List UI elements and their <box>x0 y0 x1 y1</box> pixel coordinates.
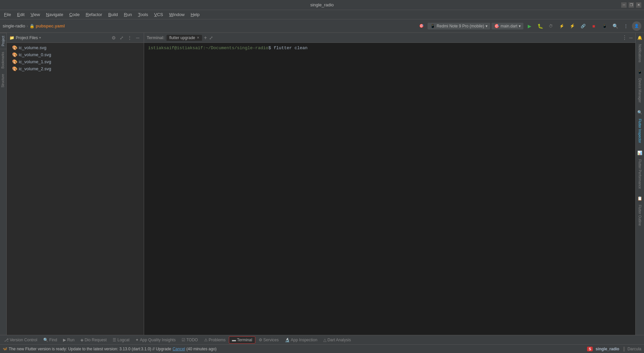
status-theme: Darcula <box>628 347 641 351</box>
bookmarks-side-tab[interactable]: Bookmarks <box>0 49 6 71</box>
device-manager-icon[interactable]: 📱 <box>636 68 644 76</box>
search-everywhere-button[interactable]: 🔍 <box>610 21 620 31</box>
terminal-body[interactable]: istiaksaif@istiaksaif:~/Documents/single… <box>144 43 635 335</box>
menu-vcs[interactable]: VCS <box>151 11 166 18</box>
device-manager-label[interactable]: Device Manager <box>637 76 642 105</box>
project-name[interactable]: single-radio <box>3 23 25 28</box>
right-strip: 🔔 Notifications 📱 Device Manager 🔍 Flutt… <box>635 33 644 335</box>
file-svg-icon: 🎨 <box>12 52 17 57</box>
minimize-panel-button[interactable]: ─ <box>134 34 141 41</box>
notifications-label[interactable]: Notifications <box>637 42 642 64</box>
more-actions-button[interactable]: ⋮ <box>621 21 631 31</box>
profile-button[interactable]: ⏱ <box>546 21 556 31</box>
file-item[interactable]: 🎨 ic_volume_1.svg <box>7 58 144 65</box>
file-svg-icon: 🎨 <box>12 66 17 71</box>
terminal-minimize-button[interactable]: ─ <box>629 35 633 40</box>
status-right: S single_radio ▐ Darcula <box>587 347 641 351</box>
dio-request-icon: ◈ <box>80 338 83 342</box>
dio-request-button[interactable]: ◈ Dio Request <box>78 337 109 343</box>
problems-icon: ⚠ <box>204 338 208 342</box>
structure-side-tab[interactable]: Structure <box>0 71 6 90</box>
user-avatar[interactable]: 👤 <box>632 21 641 31</box>
file-item[interactable]: 🎨 ic_volume_0.svg <box>7 51 144 58</box>
panel-title: 📁 Project Files ▾ <box>9 35 41 40</box>
options-button[interactable]: ⋮ <box>126 34 133 41</box>
version-control-button[interactable]: ⎇ Version Control <box>1 337 40 343</box>
sync-button[interactable]: ⚙ <box>110 34 117 41</box>
restore-button[interactable]: ❐ <box>629 2 634 8</box>
problems-button[interactable]: ⚠ Problems <box>201 337 229 343</box>
menu-run[interactable]: Run <box>121 11 135 18</box>
terminal-add-tab-button[interactable]: + <box>204 35 207 41</box>
minimize-button[interactable]: ─ <box>621 2 627 8</box>
todo-button[interactable]: ☑ TODO <box>179 337 200 343</box>
window-title: single_radio <box>310 2 334 7</box>
file-item[interactable]: 🎨 ic_volume_2.svg <box>7 65 144 72</box>
expand-button[interactable]: ⤢ <box>118 34 125 41</box>
file-item[interactable]: 🎨 ic_volume.svg <box>7 44 144 51</box>
stop-button[interactable]: ■ <box>589 21 598 31</box>
menu-code[interactable]: Code <box>67 11 82 18</box>
problems-label: Problems <box>209 338 226 342</box>
logcat-button[interactable]: ☰ Logcat <box>110 337 132 343</box>
app-quality-insights-button[interactable]: ✦ App Quality Insights <box>133 337 178 343</box>
flutter-performance-label[interactable]: Flutter Performance <box>637 157 642 191</box>
bottom-tool-strip: ⎇ Version Control 🔍 Find ▶ Run ◈ Dio Req… <box>0 335 644 344</box>
terminal-more-options-button[interactable]: ⋮ <box>622 34 627 41</box>
menu-refactor[interactable]: Refactor <box>83 11 105 18</box>
hot-reload-button[interactable]: ⚡ <box>568 21 577 31</box>
terminal-tab-close-icon[interactable]: ✕ <box>197 36 199 39</box>
status-project-name: single_radio <box>595 347 619 351</box>
terminal-tab-flutter-upgrade[interactable]: flutter upgrade ✕ <box>167 35 202 41</box>
menu-edit[interactable]: Edit <box>14 11 27 18</box>
terminal-prompt-user: istiaksaif@istiaksaif <box>148 46 203 51</box>
file-name[interactable]: pubspec.yaml <box>36 23 65 28</box>
flutter-inspector-icon[interactable]: 🔍 <box>636 109 644 116</box>
run-button[interactable]: ▶ <box>525 21 534 31</box>
menu-help[interactable]: Help <box>188 11 202 18</box>
app-quality-insights-icon: ✦ <box>135 338 139 342</box>
settings-button[interactable]: 📱 <box>600 21 609 31</box>
file-svg-icon: 🎨 <box>12 59 17 64</box>
run-tool-button[interactable]: ▶ Run <box>60 337 77 343</box>
device-selector[interactable]: 📱 Redmi Note 9 Pro (mobile) ▾ <box>428 23 490 29</box>
file-name-ic-volume: ic_volume.svg <box>19 45 46 50</box>
window-controls: ─ ❐ ✕ <box>621 2 641 8</box>
todo-icon: ☑ <box>182 338 185 342</box>
terminal-button[interactable]: ▬ Terminal <box>229 336 255 344</box>
project-side-tab[interactable]: Project <box>0 33 6 49</box>
coverage-button[interactable]: ⚡ <box>557 21 566 31</box>
app-inspection-button[interactable]: 🔬 App Inspection <box>282 337 320 343</box>
menu-navigate[interactable]: Navigate <box>43 11 66 18</box>
flutter-outline-label[interactable]: Flutter Outline <box>637 203 642 228</box>
menu-window[interactable]: Window <box>167 11 187 18</box>
find-label: Find <box>49 338 57 342</box>
menu-view[interactable]: View <box>28 11 43 18</box>
close-button[interactable]: ✕ <box>636 2 641 8</box>
panel-dropdown-icon[interactable]: ▾ <box>39 36 41 39</box>
menu-file[interactable]: File <box>1 11 14 18</box>
services-button[interactable]: ⚙ Services <box>256 337 281 343</box>
flutter-inspector-label[interactable]: Flutter Inspector <box>637 117 642 145</box>
debug-button[interactable]: 🐛 <box>535 21 545 31</box>
terminal-expand-button[interactable]: ⤢ <box>209 35 213 40</box>
menu-tools[interactable]: Tools <box>135 11 151 18</box>
status-time: (40 minutes ago) <box>186 347 216 351</box>
logcat-label: Logcat <box>117 338 129 342</box>
find-icon: 🔍 <box>43 338 48 342</box>
target-selector-button[interactable]: 🎯 <box>417 21 426 31</box>
logcat-icon: ☰ <box>113 338 116 342</box>
project-panel: 📁 Project Files ▾ ⚙ ⤢ ⋮ ─ 🎨 ic_volume.sv… <box>7 33 144 335</box>
menu-build[interactable]: Build <box>106 11 121 18</box>
find-button[interactable]: 🔍 Find <box>41 337 60 343</box>
status-cancel-link[interactable]: Cancel <box>173 347 185 351</box>
bookmarks-side-label: Bookmarks <box>1 52 5 69</box>
flutter-outline-icon[interactable]: 📋 <box>636 195 644 202</box>
file-list: 🎨 ic_volume.svg 🎨 ic_volume_0.svg 🎨 ic_v… <box>7 43 144 335</box>
flutter-attach-button[interactable]: 🔗 <box>578 21 588 31</box>
notifications-icon[interactable]: 🔔 <box>636 34 644 41</box>
dart-analysis-icon: △ <box>323 338 326 342</box>
run-config-selector[interactable]: 🎯 main.dart ▾ <box>492 23 523 29</box>
dart-analysis-button[interactable]: △ Dart Analysis <box>321 337 353 343</box>
flutter-performance-icon[interactable]: 📊 <box>636 149 644 157</box>
